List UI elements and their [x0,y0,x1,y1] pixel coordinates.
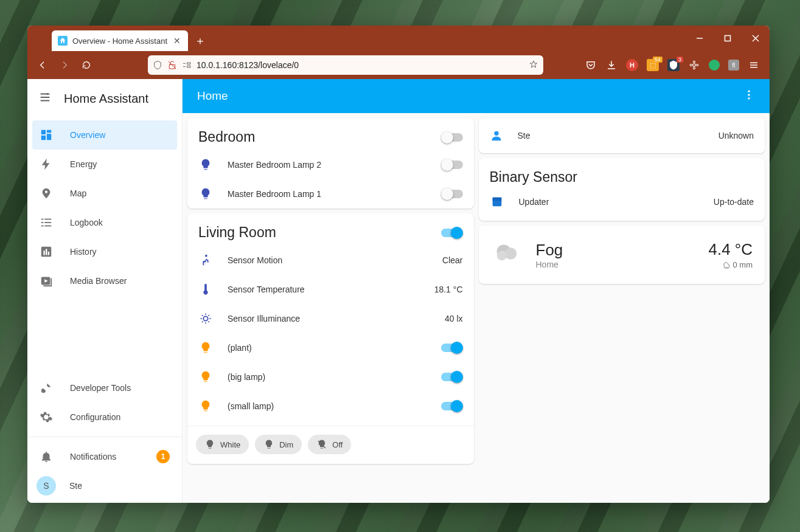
entity-row: (plant) [187,333,474,362]
dashboard-content: Bedroom Master Bedroom Lamp 2 Master Bed… [183,113,770,503]
light-toggle[interactable] [441,188,463,200]
ext-orange-icon[interactable]: ⬚ [647,59,659,71]
svg-rect-23 [41,222,44,223]
row-label[interactable]: Updater [519,197,699,207]
sidebar-item-user[interactable]: S Ste [32,471,177,500]
svg-rect-1 [725,36,731,41]
url-text: 10.0.1.160:8123/lovelace/0 [197,60,524,70]
card-title: Bedroom [198,129,255,145]
shield-icon[interactable] [153,60,162,70]
weather-temperature: 4.4 °C [708,240,753,259]
ext-flower-icon[interactable] [688,59,700,71]
svg-rect-26 [44,226,51,227]
permissions-icon[interactable] [182,60,192,70]
entity-row: Sensor Motion Clear [187,246,474,275]
reload-button[interactable] [77,56,96,74]
lock-off-icon[interactable] [167,60,177,70]
bedroom-group-toggle[interactable] [441,131,463,143]
new-tab-button[interactable]: ＋ [192,32,209,49]
row-label[interactable]: Master Bedroom Lamp 2 [228,160,426,170]
avatar: S [37,476,56,496]
row-label[interactable]: Sensor Motion [228,255,428,265]
sidebar-item-notifications[interactable]: Notifications 1 [32,442,177,471]
sidebar-toggle-icon[interactable] [38,91,52,106]
person-name[interactable]: Ste [518,131,530,140]
tab-title: Overview - Home Assistant [72,36,167,46]
sidebar-item-label: Logbook [70,218,103,227]
row-label[interactable]: Sensor Illuminance [228,314,430,323]
sidebar-item-history[interactable]: History [32,237,177,266]
motion-icon [199,254,212,267]
sidebar-item-label: History [70,247,97,257]
ext-shield-icon[interactable] [667,59,680,71]
row-label[interactable]: (big lamp) [228,372,426,382]
pocket-icon[interactable] [585,59,597,71]
sidebar-nav: Overview Energy Map Logbook History [27,118,182,298]
ext-h-icon[interactable]: H [626,59,638,71]
minimize-button[interactable] [686,26,714,51]
brightness-icon [199,312,212,325]
svg-rect-19 [41,136,46,140]
row-label[interactable]: Sensor Temperature [228,285,420,294]
main-panel: Home Bedroom Maste [183,79,770,503]
svg-rect-28 [43,250,44,255]
entity-row: Master Bedroom Lamp 1 [187,179,474,209]
sidebar-nav-bottom: Developer Tools Configuration [27,371,182,434]
weather-precip: 0 mm [708,260,753,269]
svg-rect-18 [47,134,51,140]
window-controls [686,26,770,51]
light-toggle[interactable] [441,159,463,171]
browser-titlebar: Overview - Home Assistant ✕ ＋ [27,26,770,51]
row-label[interactable]: (plant) [228,343,426,353]
entity-data-name: Master Bedroom Lamp 2 [187,150,474,179]
page-title: Home [197,89,228,103]
card-person: Ste Unknown [479,118,765,153]
topbar: Home [183,79,770,113]
back-button[interactable] [33,56,52,74]
card-weather[interactable]: Fog Home 4.4 °C 0 mm [479,226,765,284]
tab-close-icon[interactable]: ✕ [172,36,182,46]
sidebar-nav-footer: Notifications 1 S Ste [27,440,182,503]
sidebar-item-label: Configuration [70,412,120,422]
extensions-row: H ⬚ fl [585,59,763,71]
url-bar[interactable]: 10.0.1.160:8123/lovelace/0 [148,55,543,75]
sidebar-item-logbook[interactable]: Logbook [32,208,177,237]
row-label[interactable]: Master Bedroom Lamp 1 [228,189,426,199]
ext-reader-icon[interactable]: fl [728,60,739,71]
sidebar-item-label: Map [70,188,86,198]
light-toggle[interactable] [441,371,463,383]
card-title: Binary Sensor [479,158,765,192]
svg-point-36 [203,316,207,320]
close-window-button[interactable] [742,26,770,51]
favicon-icon [58,36,68,46]
person-icon [490,129,503,142]
maximize-button[interactable] [714,26,742,51]
light-toggle[interactable] [441,342,463,354]
svg-rect-25 [41,226,44,227]
browser-menu-icon[interactable] [748,59,760,71]
sidebar-item-map[interactable]: Map [32,179,177,208]
sidebar-item-media[interactable]: Media Browser [32,266,177,295]
scene-chip-dim[interactable]: Dim [255,435,302,454]
lightbulb-icon [199,341,212,354]
app-viewport: Home Assistant Overview Energy Map Logb [27,79,770,503]
svg-point-43 [496,250,506,260]
living-group-toggle[interactable] [441,227,463,239]
bookmark-star-icon[interactable] [529,60,538,71]
sidebar-item-config[interactable]: Configuration [32,402,177,432]
forward-button[interactable] [55,56,74,74]
row-label[interactable]: (small lamp) [228,401,426,411]
scene-chip-white[interactable]: White [196,435,249,454]
light-toggle[interactable] [441,400,463,412]
overflow-menu-icon[interactable] [743,89,755,103]
svg-point-42 [504,247,517,260]
sidebar-item-overview[interactable]: Overview [32,120,177,150]
entity-row: Sensor Temperature 18.1 °C [187,275,474,304]
browser-tab[interactable]: Overview - Home Assistant ✕ [52,30,188,51]
ext-green-icon[interactable] [709,60,720,71]
sidebar-item-devtools[interactable]: Developer Tools [32,373,177,402]
scene-chip-off[interactable]: Off [308,435,351,454]
sidebar-item-energy[interactable]: Energy [32,150,177,179]
svg-point-35 [205,255,207,257]
download-icon[interactable] [605,59,617,71]
